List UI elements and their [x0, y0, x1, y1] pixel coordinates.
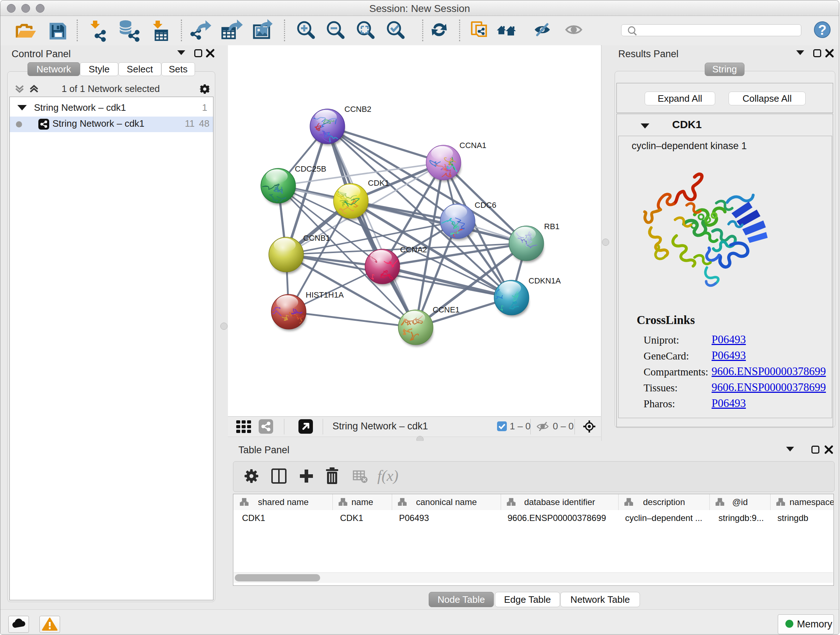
svg-text:f(x): f(x)	[377, 467, 398, 485]
svg-text:CCNA1: CCNA1	[459, 141, 486, 150]
svg-text:CCNE1: CCNE1	[433, 305, 460, 314]
svg-text:?: ?	[818, 22, 826, 38]
svg-text:CDC6: CDC6	[475, 201, 496, 210]
svg-text:RB1: RB1	[544, 222, 560, 231]
svg-text:CCNA2: CCNA2	[400, 245, 427, 254]
svg-text:CCNB1: CCNB1	[303, 233, 330, 242]
svg-text:CDK1: CDK1	[368, 179, 389, 187]
svg-text:CDC25B: CDC25B	[295, 165, 326, 173]
svg-text:CDKN1A: CDKN1A	[529, 276, 561, 285]
svg-text:HIST1H1A: HIST1H1A	[306, 290, 344, 299]
svg-text:CCNB2: CCNB2	[344, 105, 371, 114]
